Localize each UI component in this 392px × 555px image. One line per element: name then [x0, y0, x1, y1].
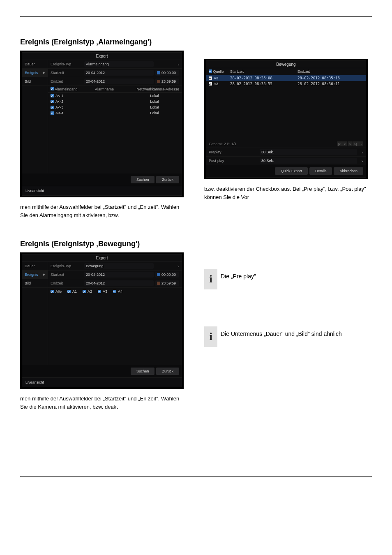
info-icon: i [204, 269, 217, 289]
checkbox-all[interactable] [51, 87, 54, 90]
sidebar-item-dauer[interactable]: Dauer [22, 60, 48, 69]
end-date-field[interactable]: 20-04-2012 [84, 79, 154, 84]
bewegung-result-panel: Bewegung Quelle Startzeit Endzeit A3 28-… [204, 59, 368, 179]
page-next-icon[interactable]: > [348, 141, 353, 146]
top-rule [20, 16, 372, 17]
section1-title: Ereignis (Ereignistyp ‚Alarmeingang') [20, 38, 372, 46]
sidebar-item-ereignis[interactable]: Ereignis▶ [22, 271, 48, 279]
page-prev-icon[interactable]: < [342, 141, 347, 146]
body-text-left-2: men mithilfe der Auswahlfelder bei „Star… [20, 395, 188, 411]
row-checkbox[interactable] [51, 94, 54, 97]
info-box-2: i Die Untermenüs „Dauer" und „Bild" sind… [204, 326, 372, 347]
section2-title: Ereignis (Ereignistyp ‚Bewegung') [20, 240, 372, 248]
preplay-dropdown[interactable]: 30 Sek. [260, 149, 357, 155]
info-text-1: Die „Pre play" [221, 269, 256, 280]
end-time-field[interactable]: 23:59:59 [155, 280, 179, 286]
body-text-right-1: bzw. deaktivieren der Checkbox aus. Bei … [204, 185, 372, 201]
sidebar-item-dauer[interactable]: Dauer [22, 262, 48, 271]
back-button[interactable]: Zurück [156, 176, 179, 183]
end-date-field[interactable]: 20-04-2012 [84, 280, 154, 286]
result-panel-title: Bewegung [206, 61, 366, 68]
search-button[interactable]: Suchen [131, 176, 155, 183]
checkbox-all-cams[interactable] [51, 290, 54, 293]
row-checkbox[interactable] [51, 100, 54, 103]
bottom-rule [20, 476, 372, 477]
cancel-button[interactable]: Abbrechen [334, 167, 363, 175]
liveansicht-footer[interactable]: Liveansicht [22, 186, 182, 195]
chevron-right-icon: ▶ [43, 273, 45, 276]
label-ereignis-typ: Ereignis-Typ [51, 62, 83, 66]
row-checkbox[interactable] [209, 82, 212, 86]
export-panel-alarm: Export Dauer Ereignis▶ Bild Ereignis-Typ… [20, 51, 184, 197]
label-endzeit: Endzeit [51, 281, 83, 285]
quick-export-button[interactable]: Quick Export [275, 167, 308, 175]
result-row[interactable]: A3 28-02-2012 08:35:08 28-02-2012 08:35:… [206, 75, 366, 81]
chevron-down-icon: v [358, 160, 363, 162]
row-checkbox[interactable] [209, 76, 212, 80]
start-time-field[interactable]: 00:00:00 [155, 70, 179, 76]
calendar-icon [157, 71, 160, 74]
label-startzeit: Startzeit [51, 273, 83, 277]
label-ereignis-typ: Ereignis-Typ [51, 264, 83, 268]
end-time-field[interactable]: 23:59:59 [155, 79, 179, 84]
chevron-down-icon: v [155, 63, 179, 66]
pager: |< < > >| → [337, 141, 363, 146]
calendar-icon [157, 282, 160, 285]
checkbox-cam[interactable] [67, 290, 71, 293]
details-button[interactable]: Details [309, 167, 332, 175]
info-box-1: i Die „Pre play" [204, 269, 372, 289]
alarm-row[interactable]: A<-2Lokal [48, 99, 182, 104]
alarm-row[interactable]: A<-3Lokal [48, 104, 182, 110]
export-panel-bewegung: Export Dauer Ereignis▶ Bild Ereignis-Typ… [20, 252, 184, 389]
label-startzeit: Startzeit [51, 71, 83, 75]
panel-title: Export [22, 53, 182, 60]
calendar-icon [157, 273, 160, 276]
start-time-field[interactable]: 00:00:00 [155, 272, 179, 278]
search-button[interactable]: Suchen [131, 368, 155, 375]
alarm-row[interactable]: A<-1Lokal [48, 93, 182, 99]
start-date-field[interactable]: 20-04-2012 [84, 272, 154, 278]
checkbox-cam[interactable] [98, 290, 101, 293]
label-endzeit: Endzeit [51, 79, 83, 83]
checkbox-cam[interactable] [83, 290, 86, 293]
sidebar-item-bild[interactable]: Bild [22, 77, 48, 86]
chevron-down-icon: v [358, 151, 363, 154]
row-checkbox[interactable] [51, 111, 54, 115]
ereignis-typ-dropdown[interactable]: Bewegung [84, 263, 154, 269]
checkbox-cam[interactable] [113, 290, 116, 293]
info-icon: i [204, 326, 217, 347]
postplay-dropdown[interactable]: 30 Sek. [260, 158, 357, 164]
total-text: Gesamt: 2 P: 1/1 [209, 142, 237, 146]
label-postplay: Post-play [209, 159, 258, 163]
page-first-icon[interactable]: |< [337, 141, 342, 146]
row-checkbox[interactable] [51, 106, 54, 109]
body-text-left-1: men mithilfe der Auswahlfelder bei „Star… [20, 203, 188, 219]
result-row[interactable]: A3 28-02-2012 08:35:55 28-02-2012 08:36:… [206, 81, 366, 87]
page-go-icon[interactable]: → [358, 141, 363, 146]
page-last-icon[interactable]: >| [353, 141, 358, 146]
chevron-right-icon: ▶ [43, 71, 45, 74]
checkbox-all-results[interactable] [209, 69, 212, 73]
sidebar-item-bild[interactable]: Bild [22, 279, 48, 288]
start-date-field[interactable]: 20-04-2012 [84, 70, 154, 76]
back-button[interactable]: Zurück [156, 368, 179, 375]
panel-title: Export [22, 254, 182, 262]
alarm-row[interactable]: A<-4Lokal [48, 110, 182, 116]
calendar-icon [157, 80, 160, 83]
chevron-down-icon: v [155, 265, 179, 268]
ereignis-typ-dropdown[interactable]: Alarmeingang [84, 61, 154, 67]
sidebar-item-ereignis[interactable]: Ereignis▶ [22, 69, 48, 77]
liveansicht-footer[interactable]: Liveansicht [22, 377, 182, 387]
info-text-2: Die Untermenüs „Dauer" und „Bild" sind ä… [221, 326, 342, 337]
label-preplay: Preplay [209, 150, 258, 154]
